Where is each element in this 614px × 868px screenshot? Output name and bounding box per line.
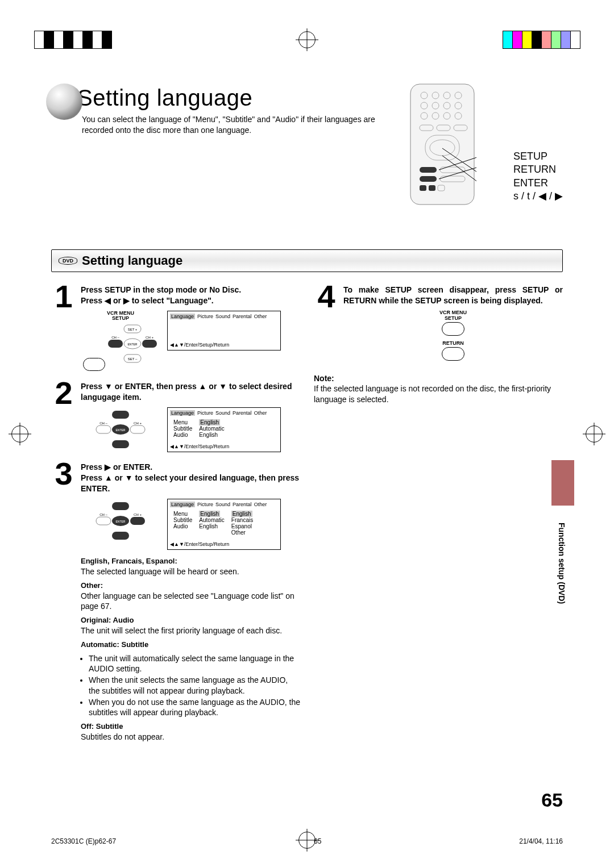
osd-r1c1: Menu — [170, 419, 196, 425]
osd-footer-3: ◀▲▼/Enter/Setup/Return — [170, 541, 278, 547]
osd-tab-language: Language — [170, 502, 195, 507]
t3r3c2: English — [196, 523, 227, 529]
registration-mark-left — [11, 425, 28, 443]
t3r3c1: Audio — [170, 523, 196, 529]
osd-table-3: MenuEnglishEnglish SubtitleAutomaticFran… — [170, 511, 256, 536]
osd-tab-other: Other — [254, 502, 267, 507]
svg-rect-51 — [112, 532, 129, 540]
off-text: Subtitles do not appear. — [81, 732, 164, 741]
svg-text:SET –: SET – — [127, 357, 137, 361]
remote-labels: SETUP RETURN ENTER s / t / ◀ / ▶ — [513, 150, 563, 203]
step-1-line2b: or — [111, 296, 123, 305]
efs-text: The selected language will be heard or s… — [81, 567, 239, 576]
osd-tab-parental: Parental — [233, 314, 252, 319]
return-button-icon — [442, 347, 464, 361]
step-3-line2: Press ▲ or ▼ to select your desired lang… — [81, 473, 300, 494]
osd-tab-picture: Picture — [197, 410, 213, 416]
osd-footer-2: ◀▲▼/Enter/Setup/Return — [170, 444, 278, 449]
osd-r3c1: Audio — [170, 432, 196, 438]
step-2: 2 Press ▼ or ENTER, then press ▲ or ▼ to… — [51, 379, 300, 453]
t3r4c1 — [170, 529, 196, 536]
remote-label-return: RETURN — [513, 163, 563, 176]
step-3-remote-diagram: ENTER SET + SET – CH – CH + — [81, 499, 160, 544]
step-3-line1: Press ▶ or ENTER. — [81, 462, 300, 473]
auto-b2: When the unit selects the same language … — [89, 675, 300, 695]
notes-block: English, Francais, Espanol:The selected … — [81, 556, 300, 742]
osd-r1c2: English — [199, 419, 220, 425]
setup-label: SETUP — [343, 315, 563, 321]
remote-icon — [408, 82, 476, 207]
t3r3c3: Espanol — [228, 523, 256, 529]
auto-b3: When you do not use the same language as… — [89, 697, 300, 717]
dvd-badge: DVD — [59, 257, 77, 265]
svg-rect-34 — [108, 340, 123, 348]
osd-tab-language: Language — [170, 410, 195, 416]
page-number: 65 — [541, 789, 563, 811]
osd-tab-picture: Picture — [197, 502, 213, 507]
osd-r2c2: Automatic — [196, 425, 227, 432]
dpad-icon: ENTER SET + SET – CH – CH + — [95, 501, 146, 541]
original-heading: Original: Audio — [81, 616, 134, 624]
osd-tab-sound: Sound — [215, 502, 230, 507]
t3r2c1: Subtitle — [170, 517, 196, 523]
section-header: DVD Setting language — [51, 249, 563, 272]
t3r2c2: Automatic — [196, 517, 227, 523]
dpad-icon: SET + SET – CH – CH + ENTER — [95, 410, 146, 449]
cmyk-bar-left — [34, 31, 111, 49]
step-4-number: 4 — [314, 282, 339, 362]
svg-rect-42 — [112, 440, 129, 448]
svg-text:ENTER: ENTER — [116, 428, 126, 432]
step-2-remote-diagram: SET + SET – CH – CH + ENTER — [81, 407, 160, 453]
step-4-text: To make SETUP screen disappear, press SE… — [343, 285, 563, 306]
footer-timestamp: 21/4/04, 11:16 — [519, 837, 563, 845]
off-heading: Off: Subtitle — [81, 722, 123, 731]
step-1-remote-diagram: VCR MENU SETUP SET + SET – CH – — [81, 311, 160, 373]
side-category: Function setup (DVD) — [557, 523, 566, 604]
svg-rect-50 — [112, 502, 129, 510]
efs-heading: English, Francais, Espanol: — [81, 557, 177, 565]
note-heading: Note: — [314, 374, 334, 383]
other-text: Other language can be selected see "Lang… — [81, 591, 294, 611]
step-4-remote-diagram: VCR MENU SETUP RETURN — [343, 310, 563, 362]
svg-rect-21 — [420, 176, 437, 182]
svg-text:CH +: CH + — [146, 336, 154, 339]
step-1-osd: Language Picture Sound Parental Other ◀▲… — [167, 311, 281, 350]
svg-text:SET +: SET + — [116, 410, 126, 410]
t3r1c2: English — [199, 511, 220, 517]
step-3: 3 Press ▶ or ENTER. Press ▲ or ▼ to sele… — [51, 460, 300, 745]
osd-r2c1: Subtitle — [170, 425, 196, 432]
svg-rect-44 — [96, 425, 111, 433]
automatic-heading: Automatic: Subtitle — [81, 640, 148, 649]
svg-rect-53 — [130, 517, 145, 525]
osd-tab-sound: Sound — [215, 410, 230, 416]
svg-rect-23 — [420, 185, 426, 191]
remote-illustration: SETUP RETURN ENTER s / t / ◀ / ▶ — [404, 82, 563, 209]
auto-b1: The unit will automatically select the s… — [89, 653, 300, 674]
svg-text:CH +: CH + — [134, 422, 142, 425]
automatic-bullets: The unit will automatically select the s… — [81, 653, 300, 717]
svg-text:ENTER: ENTER — [127, 343, 137, 346]
registration-mark-bottom — [298, 832, 316, 849]
svg-point-0 — [46, 84, 82, 120]
t3r1c1: Menu — [170, 511, 196, 517]
section-title: Setting language — [82, 253, 182, 268]
osd-tab-sound: Sound — [215, 314, 230, 319]
right-note: Note: If the selected language is not re… — [314, 373, 563, 406]
dpad-icon: SET + SET – CH – CH + ENTER — [107, 324, 158, 364]
svg-rect-36 — [142, 340, 157, 348]
svg-text:SET +: SET + — [116, 501, 126, 502]
t3r1c3: English — [231, 511, 252, 517]
step-1-line2a: Press — [81, 296, 105, 305]
page-content: Setting language You can select the lang… — [51, 85, 563, 817]
step-1-line1: Press SETUP in the stop mode or No Disc. — [81, 285, 300, 295]
setup-button-icon — [83, 358, 105, 371]
setup-label: SETUP — [81, 316, 160, 322]
thumb-index-tab — [551, 460, 574, 506]
t3r4c3: Other — [228, 529, 256, 536]
cmyk-bar-right — [503, 31, 580, 49]
step-4: 4 To make SETUP screen disappear, press … — [314, 282, 563, 362]
left-column: 1 Press SETUP in the stop mode or No Dis… — [51, 282, 300, 753]
step-3-number: 3 — [51, 460, 76, 745]
footer-filename: 2C53301C (E)p62-67 — [51, 837, 116, 845]
remote-label-enter: ENTER — [513, 177, 563, 190]
